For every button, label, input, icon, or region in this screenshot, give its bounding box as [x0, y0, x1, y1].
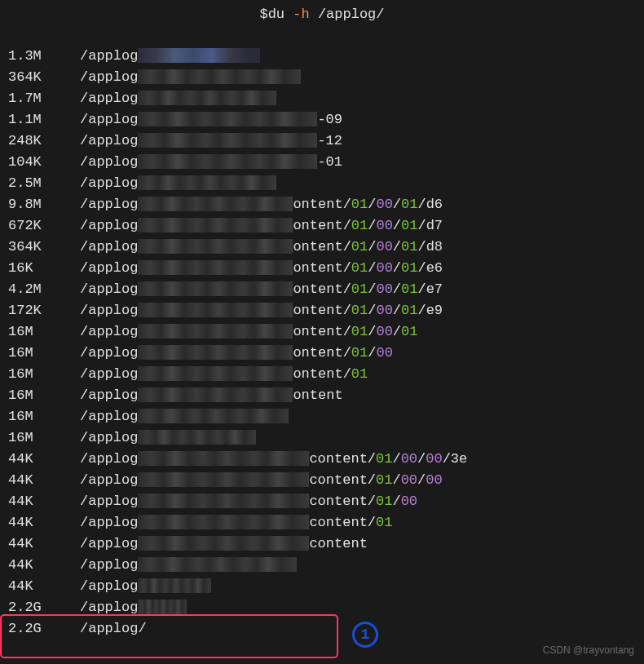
path-content: ontent/ [293, 260, 351, 276]
path-segment: 00 [376, 303, 392, 318]
command-prompt-line: $du -h /applog/ [8, 7, 636, 22]
path-base: /applog [80, 197, 138, 212]
redacted-segment [138, 578, 211, 593]
path-base: /applog [80, 430, 138, 445]
redacted-segment [138, 451, 309, 466]
path-segment: / [368, 218, 376, 233]
path-segment: 00 [426, 472, 442, 488]
path-base: /applog [80, 69, 138, 85]
output-row: 2.5M/applog [8, 172, 636, 193]
size-value: 672K [8, 218, 80, 233]
size-value: 16M [8, 387, 80, 403]
path-base: /applog [80, 303, 138, 318]
redacted-segment [138, 366, 293, 381]
output-row: 44K/applogcontent/01/00/00/3e [8, 448, 636, 469]
path-content: ontent/ [293, 197, 351, 212]
path-segment: 00 [401, 472, 417, 488]
path-content: content/ [309, 515, 376, 530]
path-base: /applog [80, 218, 138, 233]
terminal-output: $du -h /applog/ 1.3M/applog364K/applog1.… [0, 0, 644, 645]
size-value: 44K [8, 578, 80, 594]
path-segment: 01 [401, 303, 417, 318]
path-segment: / [392, 472, 400, 488]
path-segment: 00 [376, 239, 392, 255]
path-base: /applog [80, 239, 138, 255]
path-segment: / [368, 345, 376, 361]
path-segment: 00 [376, 324, 392, 339]
redacted-segment [138, 515, 309, 529]
shell-prompt: $ [259, 7, 267, 22]
output-row: 16M/applogontent/01/00/01 [8, 321, 636, 342]
path-content: ontent [293, 387, 342, 403]
path-segment: 01 [351, 260, 368, 276]
path-segment: / [393, 218, 401, 233]
path-segment: / [368, 260, 376, 276]
redacted-segment [138, 324, 293, 339]
path-base: /applog [80, 91, 138, 106]
path-segment: 00 [376, 260, 392, 276]
path-segment: 01 [351, 303, 368, 318]
path-content: content/ [309, 451, 376, 467]
output-row: 44K/applogcontent/01/00/00 [8, 469, 636, 490]
size-value: 104K [8, 154, 80, 170]
path-segment: /d7 [417, 218, 443, 233]
redacted-segment [138, 281, 293, 296]
redacted-segment [138, 69, 301, 84]
path-segment: / [417, 451, 426, 467]
annotation-marker: 1 [352, 622, 378, 648]
output-row: 9.8M/applogontent/01/00/01/d6 [8, 193, 636, 215]
path-segment: 00 [426, 451, 442, 467]
path-segment: 01 [376, 494, 392, 509]
output-row: 1.3M/applog [8, 45, 636, 66]
redacted-segment [138, 91, 276, 105]
redacted-segment [138, 197, 293, 211]
size-value: 172K [8, 303, 80, 318]
path-base: /applog [80, 345, 138, 361]
path-base: /applog [80, 557, 138, 573]
path-segment: 01 [351, 239, 368, 255]
redacted-segment [138, 409, 289, 423]
redacted-segment [138, 387, 293, 402]
path-base: /applog/ [80, 621, 147, 636]
size-value: 364K [8, 69, 80, 85]
path-segment: 00 [401, 451, 417, 467]
size-value: 4.2M [8, 281, 80, 297]
path-segment: 01 [376, 472, 392, 488]
output-row: 16K/applogontent/01/00/01/e6 [8, 257, 636, 278]
path-base: /applog [80, 281, 138, 297]
path-base: /applog [80, 451, 138, 467]
command-name: du [268, 7, 285, 22]
size-value: 2.2G [8, 600, 80, 615]
path-segment: / [392, 451, 400, 467]
path-segment: 01 [351, 281, 368, 297]
path-content: ontent/ [293, 303, 351, 318]
annotation-number: 1 [361, 626, 370, 643]
command-flag: -h [293, 7, 309, 22]
size-value: 44K [8, 451, 80, 467]
size-value: 44K [8, 536, 80, 551]
redacted-segment [138, 536, 309, 551]
redacted-segment [138, 430, 256, 445]
watermark-text: CSDN @trayvontang [543, 644, 634, 656]
path-segment: / [368, 197, 376, 212]
path-base: /applog [80, 600, 138, 615]
size-value: 44K [8, 472, 80, 488]
path-suffix: -01 [317, 154, 342, 170]
path-base: /applog [80, 175, 138, 191]
size-value: 44K [8, 557, 80, 573]
path-segment: / [392, 494, 400, 509]
path-segment: / [368, 239, 376, 255]
output-row: 44K/applogcontent/01/00 [8, 490, 636, 511]
output-row: 248K/applog-12 [8, 130, 636, 151]
path-segment: / [393, 260, 401, 276]
redacted-segment [138, 133, 317, 148]
path-segment: / [368, 303, 376, 318]
path-segment: 00 [401, 494, 417, 509]
path-suffix: -09 [317, 112, 342, 127]
output-row: 172K/applogontent/01/00/01/e9 [8, 299, 636, 321]
path-segment: 00 [376, 281, 392, 297]
size-value: 16M [8, 366, 80, 382]
size-value: 44K [8, 515, 80, 530]
output-row: 16M/applog [8, 427, 636, 448]
redacted-segment [138, 260, 293, 275]
